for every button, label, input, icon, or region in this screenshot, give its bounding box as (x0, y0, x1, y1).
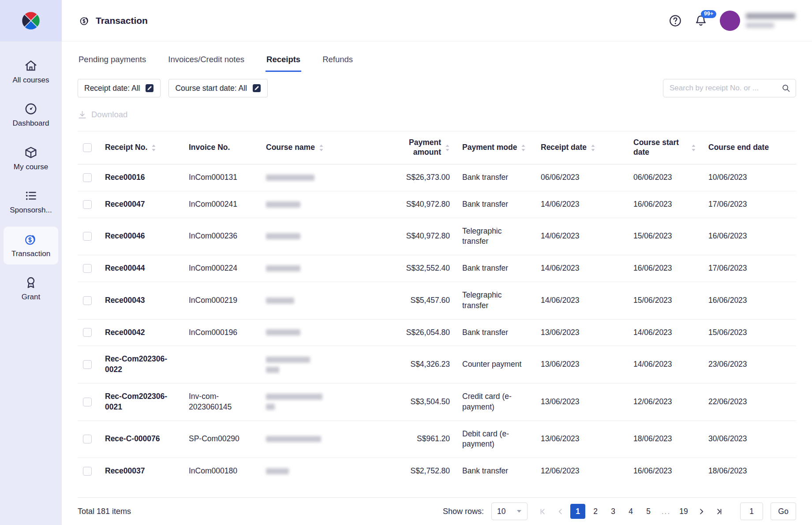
row-checkbox[interactable] (83, 173, 92, 182)
first-page-button[interactable] (535, 504, 550, 519)
column-header-payment-mode[interactable]: Payment mode (462, 131, 541, 164)
invoice-no-cell: InCom000241 (189, 191, 266, 218)
receipt-no-cell: Rece-C-000076 (105, 426, 189, 452)
payment-amount-cell: S$2,752.80 (392, 458, 462, 484)
invoice-no-cell: InCom000180 (189, 458, 266, 484)
row-checkbox[interactable] (83, 398, 92, 406)
checkbox-cell (78, 264, 105, 273)
notifications-bell-icon[interactable]: 99+ (694, 14, 707, 27)
sidebar-item-my-course[interactable]: My course (4, 140, 58, 178)
edit-icon (252, 84, 261, 93)
row-checkbox[interactable] (83, 296, 92, 305)
course-name-redacted (266, 233, 300, 239)
sidebar-item-label: My course (14, 163, 48, 171)
payment-amount-cell: S$26,373.00 (392, 164, 462, 191)
notification-badge: 99+ (701, 10, 716, 19)
tab-invoices-credit-notes[interactable]: Invoices/Credit notes (167, 55, 245, 72)
row-checkbox[interactable] (83, 467, 92, 476)
sidebar-item-grant[interactable]: Grant (4, 270, 58, 308)
course-name-cell (266, 460, 392, 482)
invoice-no-cell: InCom000219 (189, 287, 266, 314)
receipt-no-cell: Rece00046 (105, 223, 189, 249)
column-header-receipt-date[interactable]: Receipt date (541, 131, 633, 164)
course-name-cell (266, 428, 392, 450)
tab-refunds[interactable]: Refunds (322, 55, 354, 72)
column-header-label: Invoice No. (189, 143, 230, 153)
payment-amount-cell: S$4,326.23 (392, 351, 462, 378)
coin-icon (24, 233, 37, 246)
course-name-redacted (266, 367, 279, 373)
sidebar-item-all-courses[interactable]: All courses (4, 53, 58, 91)
course-name-cell (266, 321, 392, 343)
tab-pending-payments[interactable]: Pending payments (78, 55, 147, 72)
row-checkbox[interactable] (83, 232, 92, 241)
sort-icon (319, 144, 324, 152)
column-header-course-end-date: Course end date (708, 131, 797, 164)
payment-mode-cell: Telegraphic transfer (462, 218, 541, 255)
page-5-button[interactable]: 5 (641, 504, 656, 519)
row-checkbox[interactable] (83, 264, 92, 273)
sort-icon (591, 144, 595, 152)
rows-per-page-select[interactable]: 10 (491, 503, 528, 520)
table-row: Rec-Com202306-0021 Inv-com-2023060145 S$… (78, 384, 796, 421)
payment-amount-cell: S$961.20 (392, 426, 462, 452)
last-page-button[interactable] (711, 504, 726, 519)
cube-icon (24, 146, 37, 159)
invoice-no-cell: SP-Com00290 (189, 426, 266, 452)
user-menu[interactable] (720, 11, 795, 31)
page-1-button[interactable]: 1 (570, 504, 585, 519)
tab-receipts[interactable]: Receipts (266, 55, 301, 72)
payment-mode-cell: Bank transfer (462, 320, 541, 346)
download-row: Download (78, 110, 796, 119)
award-icon (24, 276, 37, 289)
search-input[interactable] (663, 79, 796, 97)
filter-chip-label: Course start date: All (175, 84, 247, 93)
next-page-button[interactable] (694, 504, 709, 519)
checkbox-cell (78, 173, 105, 182)
course-name-cell (266, 225, 392, 247)
row-checkbox[interactable] (83, 435, 92, 443)
column-header-payment-amount[interactable]: Payment amount (392, 131, 462, 164)
receipt-no-cell: Rece00044 (105, 255, 189, 282)
page-3-button[interactable]: 3 (606, 504, 621, 519)
page-19-button[interactable]: 19 (676, 504, 691, 519)
page-4-button[interactable]: 4 (623, 504, 638, 519)
go-button[interactable]: Go (771, 503, 796, 520)
payment-mode-cell: Bank transfer (462, 255, 541, 282)
row-checkbox[interactable] (83, 200, 92, 209)
filter-chip-course-start-date[interactable]: Course start date: All (168, 79, 267, 97)
page-2-button[interactable]: 2 (588, 504, 603, 519)
page-jump-input[interactable] (740, 503, 763, 520)
payment-mode-cell: Debit card (e-payment) (462, 421, 541, 458)
search-icon[interactable] (782, 84, 790, 93)
sidebar-item-transaction[interactable]: Transaction (4, 227, 58, 264)
sidebar-item-sponsorsh[interactable]: Sponsorsh... (4, 183, 58, 221)
prev-page-button[interactable] (553, 504, 568, 519)
column-header-course-start-date[interactable]: Course start date (633, 131, 708, 164)
sidebar-item-label: Sponsorsh... (10, 206, 52, 215)
course-start-date-cell: 14/06/2023 (633, 320, 708, 346)
column-header-course-name[interactable]: Course name (266, 131, 392, 164)
row-checkbox[interactable] (83, 328, 92, 337)
sidebar-item-dashboard[interactable]: Dashboard (4, 96, 58, 134)
topbar-actions: 99+ (669, 11, 795, 31)
app-logo-icon (19, 9, 42, 32)
column-header-invoice-no: Invoice No. (189, 131, 266, 164)
download-button[interactable]: Download (78, 110, 127, 119)
course-start-date-cell: 15/06/2023 (633, 287, 708, 314)
checkbox-cell (78, 435, 105, 443)
invoice-no-cell (189, 357, 266, 372)
filter-chip-receipt-date[interactable]: Receipt date: All (78, 79, 161, 97)
receipt-no-cell: Rece00016 (105, 164, 189, 191)
select-all-checkbox[interactable] (83, 143, 92, 152)
receipt-no-cell: Rec-Com202306-0021 (105, 384, 189, 421)
help-icon[interactable] (669, 14, 682, 27)
row-checkbox[interactable] (83, 360, 92, 369)
course-name-cell (266, 349, 392, 381)
course-start-date-cell: 16/06/2023 (633, 191, 708, 218)
column-header-receipt-no[interactable]: Receipt No. (105, 131, 189, 164)
table-body: Rece00016 InCom000131 S$26,373.00 Bank t… (78, 164, 796, 484)
payment-mode-cell: Bank transfer (462, 164, 541, 191)
download-label: Download (91, 110, 127, 119)
column-header-label: Receipt No. (105, 143, 147, 153)
